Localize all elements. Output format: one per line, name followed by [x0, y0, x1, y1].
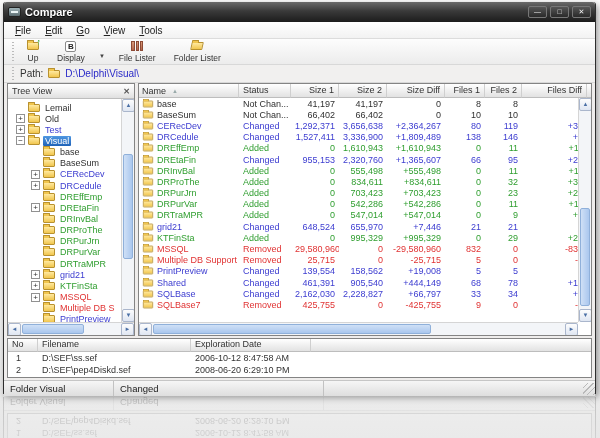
column-header-files-1[interactable]: Files 1 — [445, 84, 485, 98]
tree-expander-plus-icon[interactable]: + — [31, 170, 40, 179]
table-row-base[interactable]: baseNot Chan...41,19741,1970880 — [139, 98, 578, 109]
table-row-multiple-db-support[interactable]: Multiple DB SupportRemoved25,7150-25,715… — [139, 255, 578, 266]
tree-item-test[interactable]: +Test — [16, 124, 64, 135]
tree-item-old[interactable]: +Old — [16, 113, 61, 124]
table-scroll-down-icon[interactable]: ▼ — [579, 309, 592, 322]
tree-item-printpreview[interactable]: PrintPreview — [31, 314, 113, 322]
tree-expander-plus-icon[interactable]: + — [16, 125, 25, 134]
tree-vertical-scrollbar[interactable]: ▲ ▼ — [121, 99, 134, 322]
tree-item-grid21[interactable]: +grid21 — [31, 269, 87, 280]
table-vertical-scrollbar[interactable]: ▲ ▼ — [578, 98, 591, 322]
tree-item-drinvbal[interactable]: DRInvBal — [31, 214, 100, 225]
tree-item-cerecdev[interactable]: +CERecDev — [31, 169, 107, 180]
column-header-files-2[interactable]: Files 2 — [485, 84, 522, 98]
table-vscroll-thumb[interactable] — [580, 208, 590, 306]
table-row-sqlbase7[interactable]: SQLBase7Removed425,7550-425,75590-9 — [139, 299, 578, 310]
status-folder: Folder Visual — [4, 381, 114, 396]
column-header-files-diff[interactable]: Files Diff — [522, 84, 587, 98]
tree-expander-plus-icon[interactable]: + — [16, 114, 25, 123]
tree-hscroll-thumb[interactable] — [22, 324, 84, 334]
toolbar-file-lister-button[interactable]: File Lister — [110, 39, 165, 64]
resize-grip[interactable] — [583, 383, 595, 395]
toolbar-grip[interactable] — [10, 42, 15, 62]
table-row-drcedule[interactable]: DRCeduleChanged1,527,4113,336,900+1,809,… — [139, 132, 578, 143]
toolbar-button-label: Display — [57, 53, 85, 63]
menu-view[interactable]: View — [97, 24, 133, 37]
column-header-status[interactable]: Status — [239, 84, 291, 98]
session-column-filename[interactable]: Filename — [38, 339, 191, 352]
table-scroll-left-icon[interactable]: ◄ — [139, 323, 152, 336]
table-hscroll-thumb[interactable] — [153, 324, 431, 334]
tree-item-drtrampr[interactable]: DRTraMPR — [31, 258, 108, 269]
menu-tools[interactable]: Tools — [132, 24, 169, 37]
tree-item-basesum[interactable]: BaseSum — [31, 158, 101, 169]
tree-expander-minus-icon[interactable]: − — [16, 136, 25, 145]
tree-expander-plus-icon[interactable]: + — [31, 181, 40, 190]
pathbar-grip[interactable] — [10, 67, 15, 81]
session-column-no[interactable]: No — [8, 339, 38, 352]
tree-item-base[interactable]: base — [31, 147, 82, 158]
value-cell: 0 — [522, 266, 578, 276]
session-column-exploration-date[interactable]: Exploration Date — [191, 339, 311, 352]
table-row-cerecdev[interactable]: CERecDevChanged1,292,3713,656,638+2,364,… — [139, 120, 578, 131]
table-row-drinvbal[interactable]: DRInvBalAdded0555,498+555,498011+11 — [139, 165, 578, 176]
menu-file[interactable]: File — [8, 24, 38, 37]
tree-item-visual[interactable]: −Visual — [16, 135, 71, 146]
title-bar[interactable]: Compare — □ ✕ — [4, 2, 595, 22]
table-row-basesum[interactable]: BaseSumNot Chan...66,40266,402010100 — [139, 109, 578, 120]
column-header-size-diff[interactable]: Size Diff — [387, 84, 445, 98]
close-button[interactable]: ✕ — [572, 6, 591, 18]
path-value[interactable]: D:\Delphi\Visual\ — [65, 68, 139, 79]
toolbar-up-button[interactable]: ↑Up — [18, 39, 48, 64]
session-row[interactable]: 2D:\SEF\pep4Diskd.sef2008-06-20 6:29:10 … — [8, 364, 591, 376]
tree-item-drpurvar[interactable]: DRPurVar — [31, 247, 102, 258]
session-row[interactable]: 1D:\SEF\ss.sef2006-10-12 8:47:58 AM — [8, 352, 591, 364]
table-row-drtrampr[interactable]: DRTraMPRAdded0547,014+547,01409+9 — [139, 210, 578, 221]
tree-scroll-left-icon[interactable]: ◄ — [8, 323, 21, 336]
tree-scroll-down-icon[interactable]: ▼ — [122, 309, 135, 322]
table-row-drprothe[interactable]: DRProTheAdded0834,611+834,611032+32 — [139, 176, 578, 187]
menu-edit[interactable]: Edit — [38, 24, 69, 37]
tree-item-multiple-db-s[interactable]: Multiple DB S — [31, 303, 117, 314]
tree-scroll-right-icon[interactable]: ► — [121, 323, 134, 336]
table-row-dreffemp[interactable]: DREffEmpAdded01,610,943+1,610,943011+11 — [139, 143, 578, 154]
tree-expander-plus-icon[interactable]: + — [31, 270, 40, 279]
tree-expander-plus-icon[interactable]: + — [31, 203, 40, 212]
table-row-shared[interactable]: SharedChanged461,391905,540+444,1496878+… — [139, 277, 578, 288]
column-header-name[interactable]: Name▲ — [139, 84, 239, 98]
toolbar-folder-lister-button[interactable]: Folder Lister — [165, 39, 230, 64]
tree-item-drprothe[interactable]: DRProThe — [31, 225, 105, 236]
maximize-button[interactable]: □ — [550, 6, 569, 18]
table-row-ktfinsta[interactable]: KTFinStaAdded0995,329+995,329029+29 — [139, 232, 578, 243]
tree-horizontal-scrollbar[interactable]: ◄ ► — [8, 322, 134, 335]
tree-item-dretafin[interactable]: +DREtaFin — [31, 202, 101, 213]
tree-close-icon[interactable]: ✕ — [123, 87, 130, 96]
menu-go[interactable]: Go — [69, 24, 96, 37]
table-row-dretafin[interactable]: DREtaFinChanged955,1532,320,760+1,365,60… — [139, 154, 578, 165]
tree-item-drpurjrn[interactable]: DRPurJrn — [31, 236, 102, 247]
table-row-sqlbase[interactable]: SQLBaseChanged2,162,0302,228,827+66,7973… — [139, 288, 578, 299]
table-row-drpurjrn[interactable]: DRPurJrnAdded0703,423+703,423023+23 — [139, 188, 578, 199]
tree-item-dreffemp[interactable]: DREffEmp — [31, 191, 104, 202]
table-horizontal-scrollbar[interactable]: ◄ ► — [139, 322, 578, 335]
tree-vscroll-thumb[interactable] — [123, 154, 133, 259]
toolbar-display-button[interactable]: BDisplay — [48, 39, 94, 64]
minimize-button[interactable]: — — [528, 6, 547, 18]
tree-item-mssql[interactable]: +MSSQL — [31, 292, 94, 303]
column-header-size-2[interactable]: Size 2 — [339, 84, 387, 98]
column-header-size-1[interactable]: Size 1 — [291, 84, 339, 98]
display-dropdown-caret[interactable]: ▼ — [94, 53, 110, 59]
tree-expander-plus-icon[interactable]: + — [31, 281, 40, 290]
table-row-printpreview[interactable]: PrintPreviewChanged139,554158,562+19,008… — [139, 266, 578, 277]
table-scroll-right-icon[interactable]: ► — [565, 323, 578, 336]
tree-item-lemail[interactable]: Lemail — [16, 102, 74, 113]
tree-item-ktfinsta[interactable]: +KTFinSta — [31, 280, 100, 291]
value-cell: 905,540 — [339, 278, 387, 288]
tree-item-drcedule[interactable]: +DRCedule — [31, 180, 104, 191]
table-row-drpurvar[interactable]: DRPurVarAdded0542,286+542,286011+11 — [139, 199, 578, 210]
table-row-grid21[interactable]: grid21Changed648,524655,970+7,44621210 — [139, 221, 578, 232]
table-row-mssql[interactable]: MSSQLRemoved29,580,9600-29,580,9608320-8… — [139, 243, 578, 254]
tree-scroll-up-icon[interactable]: ▲ — [122, 99, 135, 112]
table-scroll-up-icon[interactable]: ▲ — [579, 98, 592, 111]
tree-expander-plus-icon[interactable]: + — [31, 293, 40, 302]
